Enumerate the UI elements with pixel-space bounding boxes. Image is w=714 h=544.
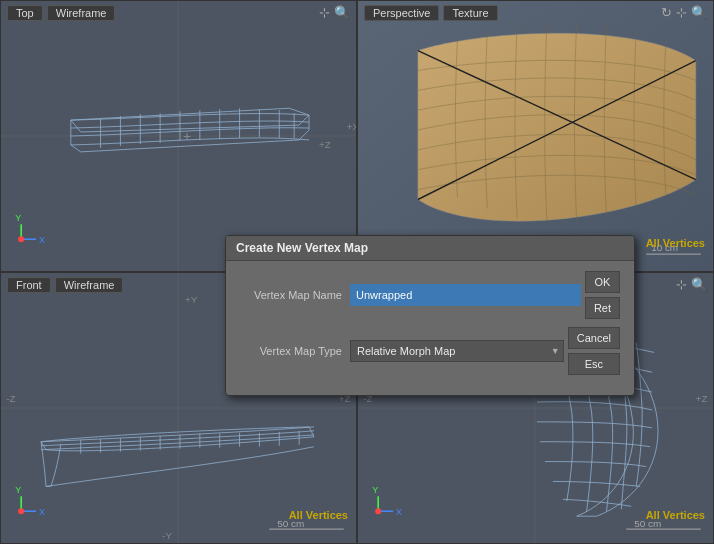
viewport-name-perspective[interactable]: Perspective [364,5,439,21]
corner-label-top-right: All Vertices [646,237,705,249]
type-select-wrapper: Relative Morph Map Absolute Morph Map We… [350,340,564,362]
viewport-mode-texture[interactable]: Texture [443,5,497,21]
viewport-top-right-icons: ↻ ⊹ 🔍 [661,5,707,20]
axis-indicator-br: X Y [372,485,402,517]
svg-text:Y: Y [15,213,21,223]
svg-text:Y: Y [372,485,378,495]
move-icon-2[interactable]: ⊹ [676,5,687,20]
move-icon-4[interactable]: ⊹ [676,277,687,292]
rotate-icon[interactable]: ↻ [661,5,672,20]
create-vertex-map-dialog: Create New Vertex Map Vertex Map Name OK… [225,235,635,396]
viewport-top-left[interactable]: Top Wireframe ⊹ 🔍 + +Z +X [0,0,357,272]
svg-text:+: + [183,128,191,144]
svg-text:X: X [396,507,402,517]
corner-label-bottom-left: All Vertices [289,509,348,521]
ok-ret-buttons: OK Ret [585,271,620,319]
svg-point-48 [18,508,24,514]
viewport-top-left-header: Top Wireframe [7,5,350,21]
viewport-top-right-header: Perspective Texture [364,5,707,21]
svg-text:-Z: -Z [6,393,15,404]
name-label: Vertex Map Name [240,289,350,301]
svg-text:+Y: +Y [185,294,198,305]
viewport-name-front[interactable]: Front [7,277,51,293]
dialog-body: Vertex Map Name OK Ret Vertex Map Type R… [226,261,634,395]
viewport-mode-wireframe-top[interactable]: Wireframe [47,5,116,21]
dialog-title: Create New Vertex Map [226,236,634,261]
vertex-map-name-input[interactable] [350,284,581,306]
type-label: Vertex Map Type [240,345,350,357]
viewport-top-left-icons: ⊹ 🔍 [319,5,350,20]
axis-indicator-top: X Y [15,213,45,245]
move-icon[interactable]: ⊹ [319,5,330,20]
viewport-bottom-right-icons: ⊹ 🔍 [676,277,707,292]
zoom-icon[interactable]: 🔍 [334,5,350,20]
svg-text:+Z: +Z [696,393,708,404]
svg-text:X: X [39,235,45,245]
axis-indicator-front: X Y [15,485,45,517]
svg-point-20 [18,236,24,242]
cancel-esc-buttons: Cancel Esc [568,327,620,375]
dialog-row-type: Vertex Map Type Relative Morph Map Absol… [240,327,620,375]
dialog-row-name: Vertex Map Name OK Ret [240,271,620,319]
svg-text:+X: +X [347,121,356,132]
ret-button[interactable]: Ret [585,297,620,319]
svg-text:X: X [39,507,45,517]
ok-button[interactable]: OK [585,271,620,293]
zoom-icon-2[interactable]: 🔍 [691,5,707,20]
esc-button[interactable]: Esc [568,353,620,375]
svg-text:Y: Y [15,485,21,495]
wireframe-mesh-top: + +Z +X [1,1,356,271]
viewport-name-top[interactable]: Top [7,5,43,21]
zoom-icon-4[interactable]: 🔍 [691,277,707,292]
viewport-top-right[interactable]: Perspective Texture ↻ ⊹ 🔍 [357,0,714,272]
vertex-map-type-select[interactable]: Relative Morph Map Absolute Morph Map We… [350,340,564,362]
cancel-button[interactable]: Cancel [568,327,620,349]
svg-point-59 [375,508,381,514]
viewport-mode-wireframe-front[interactable]: Wireframe [55,277,124,293]
svg-text:+Z: +Z [319,139,331,150]
perspective-mesh: 10 cm [358,1,713,271]
corner-label-bottom-right: All Vertices [646,509,705,521]
svg-text:-Y: -Y [162,530,172,541]
